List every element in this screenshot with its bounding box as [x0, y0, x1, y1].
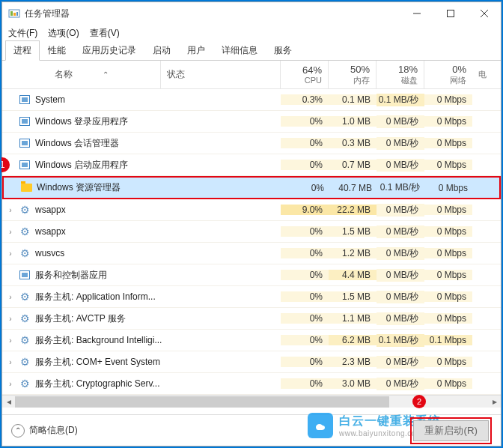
maximize-button[interactable] [433, 2, 467, 25]
table-row[interactable]: Windows 资源管理器0%40.7 MB0.1 MB/秒0 Mbps [2, 176, 501, 199]
column-headers: 名称 ⌃ 状态 64%CPU 50%内存 18%磁盘 0%网络 电 [2, 61, 501, 89]
process-icon: ⚙ [19, 291, 31, 303]
menu-options[interactable]: 选项(O) [48, 27, 79, 40]
cell-network: 0 Mbps [424, 313, 472, 324]
scroll-right-icon[interactable]: ▸ [488, 396, 501, 408]
fewer-details-button[interactable]: ⌃ 简略信息(D) [11, 424, 78, 438]
col-cpu[interactable]: 64%CPU [281, 61, 329, 88]
cell-network: 0 Mbps [424, 94, 472, 105]
table-row[interactable]: ›⚙wsappx0%1.5 MB0 MB/秒0 Mbps [2, 221, 501, 243]
col-disk[interactable]: 18%磁盘 [377, 61, 424, 88]
tab-details[interactable]: 详细信息 [213, 40, 266, 60]
process-name: Windows 资源管理器 [37, 181, 121, 194]
cell-memory: 1.1 MB [329, 313, 377, 324]
cell-cpu: 0% [281, 248, 329, 258]
process-name: Windows 启动应用程序 [35, 159, 128, 172]
minimize-button[interactable] [400, 2, 433, 25]
expand-icon[interactable]: › [7, 358, 14, 366]
process-name: wsappx [35, 205, 66, 215]
cell-cpu: 9.0% [281, 205, 329, 215]
col-network[interactable]: 0%网络 [424, 61, 472, 88]
process-name: Windows 会话管理器 [35, 137, 119, 150]
app-icon [8, 7, 20, 19]
process-icon: ⚙ [19, 356, 31, 368]
table-row[interactable]: ›⚙wusvcs0%1.2 MB0 MB/秒0 Mbps [2, 243, 501, 264]
table-row[interactable]: ›⚙服务主机: Cryptographic Serv...0%3.0 MB0 M… [2, 373, 501, 395]
expand-icon[interactable]: › [7, 315, 14, 323]
tab-startup[interactable]: 启动 [144, 40, 179, 60]
restart-button[interactable]: 重新启动(R) [413, 420, 489, 441]
table-row[interactable]: Windows 登录应用程序0%1.0 MB0 MB/秒0 Mbps [2, 111, 501, 133]
process-icon [19, 115, 31, 127]
cell-memory: 1.5 MB [329, 291, 377, 302]
process-name: 服务主机: COM+ Event System [35, 356, 160, 369]
cell-network: 0 Mbps [424, 116, 472, 127]
menu-file[interactable]: 文件(F) [8, 27, 37, 40]
title-bar: 任务管理器 [2, 2, 501, 25]
expand-icon[interactable]: › [7, 206, 14, 214]
table-row[interactable]: ›⚙服务主机: COM+ Event System0%2.3 MB0 MB/秒0… [2, 351, 501, 373]
table-row[interactable]: 服务和控制器应用0%4.4 MB0 MB/秒0 Mbps [2, 264, 501, 286]
cell-disk: 0.1 MB/秒 [378, 181, 426, 194]
cell-network: 0.1 Mbps [424, 335, 472, 345]
menu-bar: 文件(F) 选项(O) 查看(V) [2, 25, 501, 41]
process-icon [20, 182, 32, 194]
tab-performance[interactable]: 性能 [40, 40, 74, 60]
process-name: wusvcs [35, 248, 64, 258]
tab-users[interactable]: 用户 [179, 40, 213, 60]
svg-rect-5 [447, 10, 454, 17]
expand-icon[interactable]: › [7, 336, 14, 345]
cell-memory: 0.7 MB [329, 160, 377, 170]
table-row[interactable]: Windows 会话管理器0%0.3 MB0 MB/秒0 Mbps [2, 133, 501, 154]
process-icon [19, 137, 31, 149]
table-row[interactable]: 1Windows 启动应用程序0%0.7 MB0 MB/秒0 Mbps [2, 154, 501, 176]
col-status[interactable]: 状态 [161, 61, 281, 88]
chevron-up-icon: ⌃ [11, 424, 25, 438]
col-name[interactable]: 名称 ⌃ [2, 61, 161, 88]
scroll-left-icon[interactable]: ◂ [2, 396, 15, 408]
cell-disk: 0 MB/秒 [377, 247, 424, 260]
close-button[interactable] [467, 2, 501, 25]
process-icon [19, 159, 31, 171]
table-row[interactable]: ›⚙服务主机: AVCTP 服务0%1.1 MB0 MB/秒0 Mbps [2, 308, 501, 330]
cell-network: 0 Mbps [424, 226, 472, 237]
cell-memory: 1.2 MB [329, 248, 377, 258]
cell-memory: 3.0 MB [329, 378, 377, 389]
process-name: 服务主机: Background Intelligi... [35, 334, 162, 347]
menu-view[interactable]: 查看(V) [90, 27, 120, 40]
table-row[interactable]: ›⚙服务主机: Application Inform...0%1.5 MB0 M… [2, 286, 501, 308]
window-title: 任务管理器 [25, 7, 400, 20]
col-memory[interactable]: 50%内存 [329, 61, 377, 88]
cell-disk: 0 MB/秒 [377, 225, 424, 238]
cell-cpu: 0% [281, 313, 329, 324]
expand-icon[interactable]: › [7, 293, 14, 301]
process-name: System [35, 94, 65, 105]
table-row[interactable]: ›⚙wsappx9.0%22.2 MB0 MB/秒0 Mbps [2, 199, 501, 221]
process-icon: ⚙ [19, 334, 31, 346]
tab-app-history[interactable]: 应用历史记录 [74, 40, 144, 60]
cell-disk: 0 MB/秒 [377, 356, 424, 369]
cell-memory: 1.5 MB [329, 226, 377, 237]
expand-icon[interactable]: › [7, 228, 14, 236]
table-row[interactable]: System0.3%0.1 MB0.1 MB/秒0 Mbps [2, 89, 501, 111]
expand-icon[interactable]: › [7, 249, 14, 258]
cell-cpu: 0% [281, 378, 329, 389]
cell-memory: 1.0 MB [329, 116, 377, 127]
table-row[interactable]: ›⚙服务主机: Background Intelligi...0%6.2 MB0… [2, 330, 501, 351]
svg-rect-2 [13, 13, 16, 16]
scroll-thumb[interactable] [15, 396, 389, 408]
cell-network: 0 Mbps [424, 248, 472, 258]
horizontal-scrollbar[interactable]: ◂ ▸ [2, 395, 501, 408]
process-name: 服务和控制器应用 [35, 269, 107, 282]
tab-processes[interactable]: 进程 [5, 40, 40, 61]
process-name: Windows 登录应用程序 [35, 115, 128, 128]
tab-services[interactable]: 服务 [266, 40, 300, 60]
callout-marker-2: 2 [412, 395, 426, 408]
expand-icon[interactable]: › [7, 380, 14, 388]
col-extra[interactable]: 电 [472, 61, 484, 88]
cell-memory: 0.3 MB [329, 138, 377, 148]
cell-disk: 0 MB/秒 [377, 159, 424, 172]
cell-memory: 22.2 MB [329, 205, 377, 215]
cell-memory: 40.7 MB [330, 183, 378, 193]
process-name: wsappx [35, 226, 66, 237]
